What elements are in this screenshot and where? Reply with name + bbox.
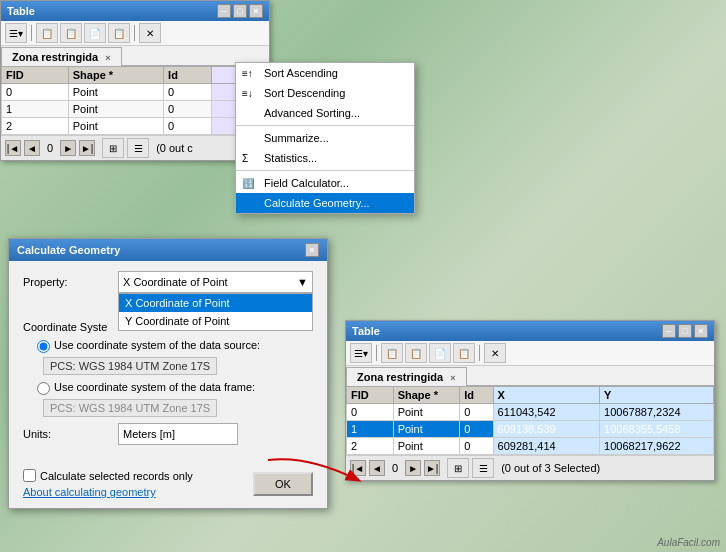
tab-2-zona-restringida[interactable]: Zona restringida × [346,367,467,386]
toolbar2-btn-6[interactable]: ✕ [484,343,506,363]
col2-header-id[interactable]: Id [460,387,493,404]
units-input[interactable] [118,423,238,445]
cell2-x-0: 611043,542 [493,404,600,421]
radio2-sub: PCS: WGS 1984 UTM Zone 17S [43,399,313,417]
toolbar-btn-1[interactable]: ☰▾ [5,23,27,43]
selected-records-checkbox[interactable] [23,469,36,482]
cell2-id-0: 0 [460,404,493,421]
data-grid-2: FID Shape * Id X Y 0 Point 0 611043,542 … [346,386,714,455]
data-grid: FID Shape * Id 0 Point 0 1 Point 0 [1,66,269,135]
tab-close-icon[interactable]: × [105,53,110,63]
next-page-btn[interactable]: ► [60,140,76,156]
table-row[interactable]: 2 Point 0 [2,118,269,135]
restore-button-2[interactable]: □ [678,324,692,338]
pagination-bar-2: |◄ ◄ 0 ► ►| ⊞ ☰ (0 out of 3 Selected) [346,455,714,480]
toolbar-btn-2[interactable]: 📋 [36,23,58,43]
toolbar-btn-6[interactable]: ✕ [139,23,161,43]
cell-fid-2: 2 [2,118,69,135]
cell-shape-1: Point [68,101,163,118]
option-y-coordinate[interactable]: Y Coordinate of Point [119,312,312,330]
table-2-toolbar: ☰▾ 📋 📋 📄 📋 ✕ [346,341,714,366]
minimize-button-2[interactable]: ─ [662,324,676,338]
first-page-btn-2[interactable]: |◄ [350,460,366,476]
sigma-icon: Σ [242,153,248,164]
radio1-sub: PCS: WGS 1984 UTM Zone 17S [43,357,313,375]
cell-id-2: 0 [164,118,212,135]
table-row-selected[interactable]: 1 Point 0 609138,539 10068355,5458 [347,421,714,438]
tab-2-close-icon[interactable]: × [450,373,455,383]
toolbar2-btn-3[interactable]: 📋 [405,343,427,363]
col-header-fid[interactable]: FID [2,67,69,84]
radio2-sub-label: PCS: WGS 1984 UTM Zone 17S [43,399,217,417]
col-header-shape[interactable]: Shape * [68,67,163,84]
cell2-x-2: 609281,414 [493,438,600,455]
menu-sort-descending[interactable]: ≡↓ Sort Descending [236,83,414,103]
menu-sort-ascending[interactable]: ≡↑ Sort Ascending [236,63,414,83]
toolbar-sep-1 [31,25,32,41]
ok-button[interactable]: OK [253,472,313,496]
menu-field-calculator[interactable]: 🔢 Field Calculator... [236,173,414,193]
table-row[interactable]: 0 Point 0 611043,542 10067887,2324 [347,404,714,421]
tab-zona-restringida[interactable]: Zona restringida × [1,47,122,66]
list-view-btn-2[interactable]: ☰ [472,458,494,478]
list-view-btn[interactable]: ☰ [127,138,149,158]
menu-summarize[interactable]: Summarize... [236,128,414,148]
menu-statistics[interactable]: Σ Statistics... [236,148,414,168]
col2-header-y[interactable]: Y [600,387,714,404]
window-2-controls: ─ □ × [662,324,708,338]
toolbar2-btn-4[interactable]: 📄 [429,343,451,363]
first-page-btn[interactable]: |◄ [5,140,21,156]
property-dropdown-wrapper: X Coordinate of Point ▼ X Coordinate of … [118,271,313,293]
grid-view-btn[interactable]: ⊞ [102,138,124,158]
prev-page-btn-2[interactable]: ◄ [369,460,385,476]
dialog-footer: Calculate selected records only About ca… [9,463,327,508]
menu-advanced-sorting[interactable]: Advanced Sorting... [236,103,414,123]
col-header-id[interactable]: Id [164,67,212,84]
col2-header-shape[interactable]: Shape * [393,387,460,404]
watermark: AulaFacil.com [657,537,720,548]
property-dropdown[interactable]: X Coordinate of Point ▼ [118,271,313,293]
option-x-coordinate[interactable]: X Coordinate of Point [119,294,312,312]
radio1-sub-label: PCS: WGS 1984 UTM Zone 17S [43,357,217,375]
toolbar2-btn-1[interactable]: ☰▾ [350,343,372,363]
prev-page-btn[interactable]: ◄ [24,140,40,156]
table-window-2-title: Table [352,325,380,337]
toolbar2-btn-2[interactable]: 📋 [381,343,403,363]
grid-view-btn-2[interactable]: ⊞ [447,458,469,478]
last-page-btn[interactable]: ►| [79,140,95,156]
close-button[interactable]: × [249,4,263,18]
toolbar-btn-5[interactable]: 📋 [108,23,130,43]
col2-header-fid[interactable]: FID [347,387,394,404]
table-row[interactable]: 1 Point 0 [2,101,269,118]
restore-button[interactable]: □ [233,4,247,18]
radio-data-frame[interactable] [37,382,50,395]
col2-header-x[interactable]: X [493,387,600,404]
count-text: (0 out c [156,142,193,154]
tab-strip: Zona restringida × [1,46,269,66]
property-label: Property: [23,276,118,288]
toolbar-btn-3[interactable]: 📋 [60,23,82,43]
table-row[interactable]: 2 Point 0 609281,414 10068217,9622 [347,438,714,455]
radio-data-source[interactable] [37,340,50,353]
menu-separator-1 [236,125,414,126]
radio-row-1: Use coordinate system of the data source… [23,339,313,353]
table-row[interactable]: 0 Point 0 [2,84,269,101]
property-row: Property: X Coordinate of Point ▼ X Coor… [23,271,313,293]
tab-strip-2: Zona restringida × [346,366,714,386]
cell2-fid-1: 1 [347,421,394,438]
close-button-2[interactable]: × [694,324,708,338]
next-page-btn-2[interactable]: ► [405,460,421,476]
toolbar2-btn-5[interactable]: 📋 [453,343,475,363]
toolbar2-sep-1 [376,345,377,361]
menu-calculate-geometry[interactable]: Calculate Geometry... [236,193,414,213]
cell2-fid-2: 2 [347,438,394,455]
table-grid-container: FID Shape * Id 0 Point 0 1 Point 0 [1,66,269,135]
table-window-secondary: Table ─ □ × ☰▾ 📋 📋 📄 📋 ✕ Zona restringid… [345,320,715,481]
last-page-btn-2[interactable]: ►| [424,460,440,476]
dialog-close-button[interactable]: × [305,243,319,257]
toolbar-btn-4[interactable]: 📄 [84,23,106,43]
minimize-button[interactable]: ─ [217,4,231,18]
dialog-body: Property: X Coordinate of Point ▼ X Coor… [9,261,327,463]
about-link[interactable]: About calculating geometry [23,486,156,498]
cell2-y-0: 10067887,2324 [600,404,714,421]
